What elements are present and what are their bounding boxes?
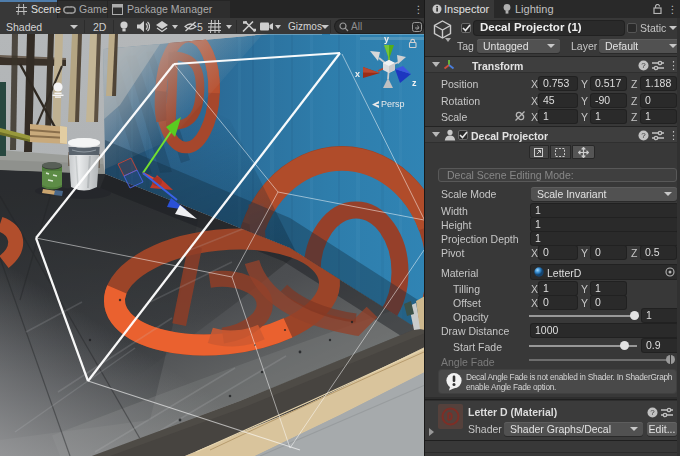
svg-text:?: ? xyxy=(641,61,646,70)
svg-text:?: ? xyxy=(641,131,646,140)
svg-text:y: y xyxy=(384,34,389,44)
svg-text:x: x xyxy=(355,69,360,79)
svg-text:?: ? xyxy=(650,408,655,417)
svg-text:z: z xyxy=(412,78,417,88)
svg-text:Persp: Persp xyxy=(381,99,405,109)
